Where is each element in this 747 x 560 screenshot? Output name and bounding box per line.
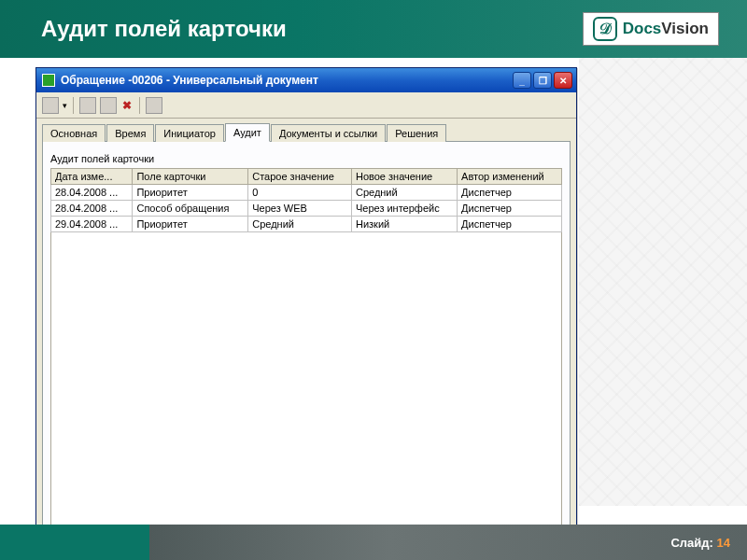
col-new[interactable]: Новое значение bbox=[351, 169, 457, 185]
tool-icon-2[interactable] bbox=[100, 97, 117, 114]
col-author[interactable]: Автор изменений bbox=[458, 169, 562, 185]
cell-old: Через WEB bbox=[248, 201, 352, 217]
cell-new: Средний bbox=[351, 185, 457, 201]
window-title: Обращение -00206 - Универсальный докумен… bbox=[61, 74, 513, 87]
tab-documents[interactable]: Документы и ссылки bbox=[271, 124, 386, 142]
tab-main[interactable]: Основная bbox=[42, 124, 106, 142]
cell-field: Способ обращения bbox=[133, 201, 248, 217]
cell-field: Приоритет bbox=[133, 185, 248, 201]
tab-content: Аудит полей карточки Дата изме... Поле к… bbox=[42, 141, 571, 527]
cell-author: Диспетчер bbox=[458, 201, 562, 217]
tab-time[interactable]: Время bbox=[106, 124, 154, 142]
cell-date: 29.04.2008 ... bbox=[51, 217, 133, 232]
tool-icon-1[interactable] bbox=[79, 97, 96, 114]
toolbar-separator bbox=[139, 97, 140, 114]
maximize-button[interactable]: ❐ bbox=[533, 72, 552, 89]
col-old[interactable]: Старое значение bbox=[248, 169, 352, 185]
slide-header: Аудит полей карточки 𝒟 DocsVision bbox=[0, 0, 747, 58]
table-row[interactable]: 28.04.2008 ... Приоритет 0 Средний Диспе… bbox=[51, 185, 562, 201]
delete-icon[interactable]: ✖ bbox=[120, 99, 134, 112]
col-field[interactable]: Поле карточки bbox=[133, 169, 248, 185]
section-label: Аудит полей карточки bbox=[50, 153, 562, 164]
table-empty-area bbox=[50, 232, 562, 550]
cell-author: Диспетчер bbox=[458, 217, 562, 232]
cell-date: 28.04.2008 ... bbox=[51, 185, 133, 201]
dropdown-icon[interactable]: ▾ bbox=[63, 101, 67, 110]
tab-decisions[interactable]: Решения bbox=[387, 124, 446, 142]
close-button[interactable]: ✕ bbox=[554, 72, 572, 89]
slide-footer: Слайд: 14 bbox=[0, 525, 747, 560]
footer-page-number: 14 bbox=[717, 536, 730, 550]
table-row[interactable]: 28.04.2008 ... Способ обращения Через WE… bbox=[51, 201, 562, 217]
slide-title: Аудит полей карточки bbox=[41, 16, 287, 42]
save-icon[interactable] bbox=[42, 97, 59, 114]
background-pattern bbox=[579, 58, 747, 506]
brand-text: DocsVision bbox=[623, 20, 709, 38]
minimize-button[interactable]: _ bbox=[513, 72, 531, 89]
table-row[interactable]: 29.04.2008 ... Приоритет Средний Низкий … bbox=[51, 217, 562, 232]
cell-field: Приоритет bbox=[133, 217, 248, 232]
window-titlebar[interactable]: Обращение -00206 - Универсальный докумен… bbox=[36, 68, 576, 92]
cell-old: 0 bbox=[248, 185, 352, 201]
window-icon bbox=[42, 74, 55, 87]
footer-content: Слайд: 14 bbox=[149, 525, 747, 560]
cell-old: Средний bbox=[248, 217, 352, 232]
audit-table: Дата изме... Поле карточки Старое значен… bbox=[50, 168, 562, 232]
footer-label: Слайд: bbox=[670, 536, 712, 550]
app-window: Обращение -00206 - Универсальный докумен… bbox=[35, 67, 577, 534]
paperclip-icon: 𝒟 bbox=[593, 17, 617, 41]
brand-logo: 𝒟 DocsVision bbox=[583, 12, 719, 46]
toolbar: ▾ ✖ bbox=[36, 92, 576, 119]
table-header-row: Дата изме... Поле карточки Старое значен… bbox=[51, 169, 562, 185]
tab-initiator[interactable]: Инициатор bbox=[155, 124, 224, 142]
col-date[interactable]: Дата изме... bbox=[51, 169, 133, 185]
tab-audit[interactable]: Аудит bbox=[225, 123, 270, 142]
cell-date: 28.04.2008 ... bbox=[51, 201, 133, 217]
print-icon[interactable] bbox=[146, 97, 162, 114]
cell-author: Диспетчер bbox=[458, 185, 562, 201]
tab-strip: Основная Время Инициатор Аудит Документы… bbox=[36, 119, 576, 141]
footer-accent bbox=[0, 525, 149, 560]
window-controls: _ ❐ ✕ bbox=[513, 72, 572, 89]
toolbar-separator bbox=[73, 97, 74, 114]
cell-new: Низкий bbox=[351, 217, 457, 232]
cell-new: Через интерфейс bbox=[351, 201, 457, 217]
slide-root: Аудит полей карточки 𝒟 DocsVision Обраще… bbox=[0, 0, 747, 560]
